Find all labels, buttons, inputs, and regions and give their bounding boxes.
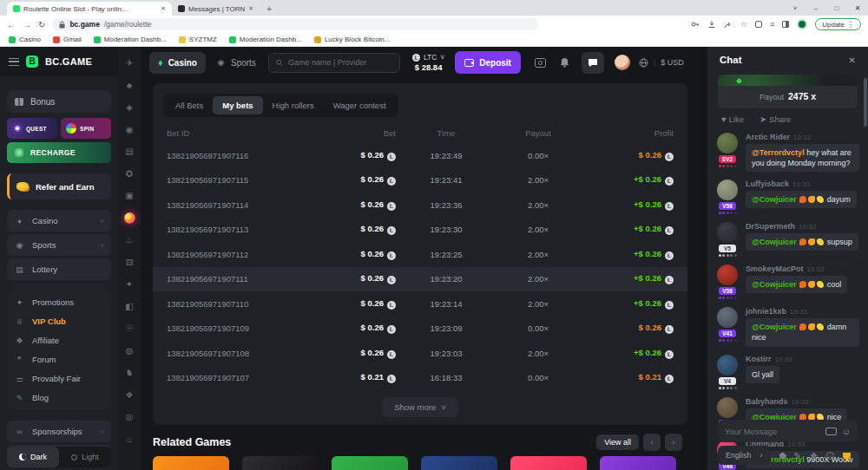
game-thumb-5[interactable]	[510, 456, 587, 470]
search-input[interactable]	[288, 58, 392, 67]
tab-my-bets[interactable]: My bets	[213, 96, 262, 114]
fiat-currency-selector[interactable]: | $ USD	[639, 58, 684, 68]
tab-close-icon[interactable]: ✕	[161, 5, 166, 12]
reload-icon[interactable]: ↻	[38, 20, 45, 29]
tab-wager-contest[interactable]: Wager contest	[324, 96, 396, 114]
sidebar-item-sports[interactable]: ◉Sports›	[7, 234, 111, 256]
game-icon-5[interactable]: ▤	[124, 146, 135, 157]
roulette-icon[interactable]	[124, 212, 135, 224]
game-thumb-4[interactable]	[421, 456, 497, 470]
bookmark-casino[interactable]: Casino	[9, 36, 41, 43]
shared-bet-card[interactable]: Payout2475 x	[718, 75, 858, 108]
like-button[interactable]: ♥ Like	[721, 114, 744, 124]
sidebar-item-vip-club[interactable]: ♕VIP Club	[7, 312, 111, 330]
tab-high-rollers[interactable]: High rollers	[263, 96, 324, 114]
tab-close-icon[interactable]: ✕	[248, 5, 253, 12]
update-button[interactable]: Update⋮	[815, 18, 861, 30]
mention[interactable]: @Cowjuicer	[752, 280, 799, 289]
bcgame-logo-text[interactable]: BC.GAME	[45, 56, 92, 67]
language-selector[interactable]: English›	[718, 446, 771, 465]
window-close-icon[interactable]: ✕	[847, 4, 868, 12]
view-all-button[interactable]: View all	[596, 434, 639, 450]
games-icon[interactable]: ❖	[810, 451, 818, 460]
bookmark-moderation-dashb[interactable]: Moderation Dashb...	[94, 36, 167, 43]
spin-button[interactable]: SPIN	[61, 118, 111, 139]
nav-sports-button[interactable]: ◉Sports	[216, 58, 256, 68]
game-icon-15[interactable]: ♞	[124, 367, 135, 378]
username[interactable]: Arctic Rider19:33	[746, 133, 859, 141]
nav-casino-button[interactable]: ♦Casino	[149, 52, 206, 74]
game-thumb-3[interactable]	[332, 456, 408, 470]
side-panel-icon[interactable]	[782, 21, 789, 28]
username[interactable]: johnie1kxb19:33	[746, 307, 859, 316]
bookmark-star-icon[interactable]: ☆	[740, 21, 747, 29]
back-icon[interactable]: ←	[7, 20, 16, 29]
show-more-button[interactable]: Show more˅	[382, 397, 458, 417]
sidebar-item-bonus[interactable]: Bonus	[7, 90, 111, 113]
user-avatar[interactable]	[717, 222, 738, 243]
balance-selector[interactable]: ŁLTC˅ $ 28.84	[412, 53, 444, 72]
user-avatar[interactable]	[615, 55, 630, 70]
game-icon-11[interactable]: ✦	[124, 278, 135, 290]
bet-row[interactable]: 138219056971907115$ 0.26Ł19:23:412.00×+$…	[153, 168, 687, 193]
game-search[interactable]	[268, 53, 400, 73]
recharge-button[interactable]: RECHARGE	[7, 142, 111, 163]
chat-close-icon[interactable]: ✕	[849, 55, 856, 65]
browser-tab-torn[interactable]: Messages | TORN ✕	[172, 2, 260, 16]
game-icon-9[interactable]: ♨	[124, 234, 135, 245]
username[interactable]: Babyhands19:33	[746, 397, 859, 406]
game-thumb-1[interactable]	[153, 456, 229, 470]
share-icon[interactable]	[724, 20, 733, 29]
user-avatar[interactable]	[717, 355, 738, 375]
user-avatar[interactable]	[717, 264, 738, 285]
window-minimize-icon[interactable]: –	[806, 4, 826, 12]
emoji-icon[interactable]: ☺	[842, 427, 851, 436]
username[interactable]: Kostirr19:33	[746, 355, 859, 363]
extensions-icon[interactable]	[755, 21, 762, 28]
chat-message-input[interactable]	[725, 427, 820, 436]
game-icon-10[interactable]: ⚄	[124, 257, 135, 268]
mention[interactable]: @Cowjuicer	[752, 323, 799, 331]
sidebar-item-provably-fair[interactable]: ⚌Provably Fair	[7, 369, 111, 388]
user-avatar[interactable]	[717, 307, 738, 328]
game-icon-18[interactable]: ⌂	[124, 434, 135, 445]
game-thumb-6[interactable]	[600, 456, 676, 470]
bet-row[interactable]: 138219056971907113$ 0.26Ł19:23:302.00×+$…	[153, 218, 687, 243]
window-maximize-icon[interactable]: □	[826, 4, 847, 12]
sidebar-item-blog[interactable]: ✎Blog	[7, 388, 111, 407]
game-thumb-2[interactable]	[242, 456, 319, 470]
bet-row[interactable]: 138219056971907107$ 0.21Ł16:18:330.00×$ …	[153, 366, 687, 391]
chat-toggle-button[interactable]	[582, 52, 604, 74]
bookmark-lucky-block-bitcoin[interactable]: Lucky Block Bitcoin...	[314, 36, 391, 43]
quest-button[interactable]: QUEST	[7, 118, 57, 139]
profile-avatar[interactable]	[797, 19, 807, 29]
vault-icon[interactable]	[535, 58, 546, 68]
mention[interactable]: @Cowjuicer	[752, 195, 799, 204]
game-icon-4[interactable]: ◉	[124, 124, 135, 135]
new-tab-button[interactable]: +	[266, 4, 272, 16]
hamburger-menu-icon[interactable]	[9, 58, 19, 66]
username[interactable]: SmokeyMacPot19:33	[746, 264, 859, 273]
game-icon-14[interactable]: ◍	[124, 345, 135, 356]
carousel-next-button[interactable]: ›	[665, 434, 682, 451]
browser-tab-roulette[interactable]: Roulette Online Slot - Play onlin... ✕	[7, 2, 172, 16]
bet-row[interactable]: 138219056971907110$ 0.26Ł19:23:142.00×+$…	[153, 291, 687, 317]
bet-row[interactable]: 138219056971907116$ 0.26Ł19:23:490.00×$ …	[153, 143, 687, 168]
user-avatar[interactable]	[717, 397, 738, 418]
gif-icon[interactable]	[825, 428, 837, 435]
game-icon-17[interactable]: ◎	[124, 411, 135, 422]
game-icon-13[interactable]: ☉	[124, 323, 135, 334]
rain-icon[interactable]	[778, 451, 786, 460]
game-icon-2[interactable]: ♣	[124, 80, 135, 91]
sidebar-item-casino[interactable]: ♦Casino›	[7, 210, 111, 232]
game-icon-3[interactable]: ◈	[124, 101, 135, 113]
key-icon[interactable]	[691, 20, 700, 29]
user-avatar[interactable]	[717, 133, 738, 153]
pencil-icon[interactable]: ✎	[794, 451, 801, 460]
sidebar-item-sponsorships[interactable]: ∞Sponsorships›	[7, 421, 111, 442]
address-bar[interactable]: bc.game/game/roulette	[52, 18, 538, 30]
share-button[interactable]: ➤ Share	[760, 114, 791, 124]
bookmark-gmail[interactable]: Gmail	[53, 36, 82, 43]
forward-icon[interactable]: →	[23, 20, 31, 29]
game-icon-7[interactable]: ▣	[124, 190, 135, 201]
